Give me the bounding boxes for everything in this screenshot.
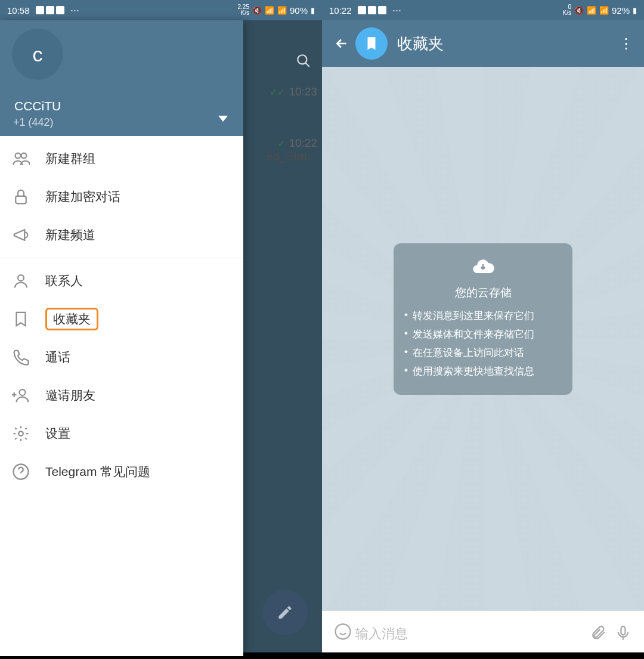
card-title: 您的云存储 — [404, 285, 562, 301]
attachment-button[interactable] — [586, 624, 611, 643]
account-phone: +1 (442) — [13, 116, 54, 129]
bookmark-icon — [12, 310, 45, 328]
chat-title: 收藏夹 — [397, 33, 614, 54]
info-bullet: 在任意设备上访问此对话 — [404, 346, 562, 360]
help-icon — [12, 463, 45, 481]
drawer-item-help[interactable]: Telegram 常见问题 — [0, 453, 243, 491]
drawer-item-megaphone[interactable]: 新建频道 — [0, 216, 243, 254]
drawer-item-bookmark[interactable]: 收藏夹 — [0, 300, 243, 338]
drawer-item-lock[interactable]: 新建加密对话 — [0, 178, 243, 216]
read-check-icon: ✓✓ — [270, 86, 285, 98]
more-icon: ⋯ — [70, 5, 80, 16]
svg-point-5 — [18, 275, 24, 281]
drawer-item-label: 新建加密对话 — [45, 188, 120, 205]
drawer-item-group[interactable]: 新建群组 — [0, 140, 243, 178]
drawer-item-label: 邀请朋友 — [45, 387, 95, 404]
svg-point-3 — [21, 153, 27, 159]
message-input-bar — [322, 611, 644, 656]
signal-icon: 📶 — [277, 6, 287, 15]
svg-point-7 — [18, 431, 23, 436]
drawer-item-label: 收藏夹 — [45, 308, 98, 330]
battery-icon: ▮ — [311, 6, 315, 15]
svg-point-6 — [20, 389, 26, 395]
account-name: CCCiTU — [14, 99, 61, 113]
svg-point-0 — [298, 55, 306, 64]
avatar[interactable]: c — [12, 29, 63, 80]
cloud-download-icon — [404, 255, 562, 279]
notification-icon — [36, 6, 44, 14]
wifi-icon: 📶 — [265, 6, 274, 15]
notification-icon — [368, 6, 376, 14]
battery-icon: ▮ — [633, 6, 637, 15]
mute-icon: 🔇 — [574, 6, 584, 15]
network-speed: 0 K/s — [563, 4, 571, 16]
drawer-item-label: 通话 — [45, 349, 70, 366]
status-time: 10:58 — [7, 5, 30, 16]
drawer-item-label: 新建群组 — [45, 150, 95, 167]
info-card: 您的云存储 转发消息到这里来保存它们发送媒体和文件来存储它们在任意设备上访问此对… — [394, 243, 572, 395]
gear-icon — [12, 425, 45, 443]
navigation-drawer: c CCCiTU +1 (442) 新建群组新建加密对话新建频道联系人收藏夹通话… — [0, 20, 243, 656]
signal-icon: 📶 — [599, 6, 609, 15]
battery-level: 92% — [612, 5, 630, 16]
status-bar: 10:58 ⋯ 2.25 K/s 🔇 📶 📶 90% ▮ — [0, 0, 322, 20]
drawer-item-label: Telegram 常见问题 — [45, 463, 150, 480]
drawer-item-gear[interactable]: 设置 — [0, 414, 243, 453]
svg-point-9 — [336, 624, 351, 639]
mute-icon: 🔇 — [252, 6, 262, 15]
mic-button[interactable] — [611, 624, 636, 643]
message-input[interactable] — [355, 626, 586, 642]
person-icon — [12, 272, 45, 290]
chat-header: 收藏夹 ⋮ — [322, 20, 644, 67]
svg-rect-10 — [621, 626, 626, 635]
battery-level: 90% — [290, 5, 308, 16]
info-bullet: 使用搜索来更快地查找信息 — [404, 364, 562, 378]
phone-icon — [12, 348, 45, 366]
more-icon: ⋯ — [392, 5, 402, 16]
network-speed: 2.25 K/s — [238, 4, 249, 16]
group-icon — [12, 150, 45, 168]
chat-body: 您的云存储 转发消息到这里来保存它们发送媒体和文件来存储它们在任意设备上访问此对… — [322, 67, 644, 611]
drawer-item-adduser[interactable]: 邀请朋友 — [0, 376, 243, 414]
wifi-icon: 📶 — [587, 6, 596, 15]
drawer-header[interactable]: c CCCiTU +1 (442) — [0, 20, 243, 136]
bookmark-icon[interactable] — [355, 27, 388, 60]
drawer-item-label: 设置 — [45, 425, 70, 442]
emoji-button[interactable] — [330, 623, 355, 645]
notification-icon — [46, 6, 54, 14]
status-bar: 10:22 ⋯ 0 K/s 🔇 📶 📶 92% ▮ — [322, 0, 644, 20]
search-icon[interactable] — [296, 53, 311, 73]
info-bullet: 发送媒体和文件来存储它们 — [404, 327, 562, 341]
read-check-icon: ✓ — [277, 138, 285, 148]
drawer-item-label: 新建频道 — [45, 227, 95, 243]
svg-line-1 — [305, 63, 309, 67]
chat-list-item[interactable]: ✓10:22 ed_Stat... — [244, 122, 322, 163]
more-menu-button[interactable]: ⋮ — [614, 35, 638, 52]
drawer-item-label: 联系人 — [45, 273, 83, 289]
info-bullet: 转发消息到这里来保存它们 — [404, 309, 562, 323]
drawer-item-phone[interactable]: 通话 — [0, 338, 243, 376]
notification-icon — [358, 6, 366, 14]
notification-icon — [56, 6, 64, 14]
status-time: 10:22 — [329, 5, 352, 16]
svg-rect-4 — [16, 196, 26, 204]
notification-icon — [378, 6, 386, 14]
chevron-down-icon[interactable] — [218, 116, 228, 122]
compose-fab[interactable] — [262, 590, 308, 635]
megaphone-icon — [12, 226, 45, 244]
back-button[interactable] — [328, 36, 355, 51]
svg-point-2 — [16, 153, 21, 159]
adduser-icon — [12, 386, 45, 404]
drawer-item-person[interactable]: 联系人 — [0, 262, 243, 300]
lock-icon — [12, 188, 45, 206]
